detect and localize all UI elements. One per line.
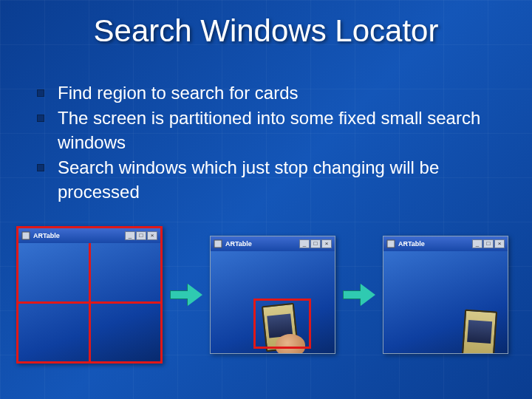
square-bullet-icon <box>37 89 44 97</box>
svg-rect-1 <box>214 240 222 248</box>
window-titlebar: ARTable _ □ × <box>383 236 508 251</box>
arrow-icon <box>343 284 375 306</box>
minimize-button[interactable]: _ <box>125 231 135 240</box>
close-button[interactable]: × <box>147 231 157 240</box>
window-controls: _ □ × <box>472 239 505 248</box>
bullet-item: Search windows which just stop changing … <box>37 156 510 204</box>
figure-row: ARTable _ □ × ARTable _ □ × <box>16 226 516 364</box>
bullet-text: The screen is partitioned into some fixe… <box>58 106 510 154</box>
close-button[interactable]: × <box>494 239 505 248</box>
maximize-button[interactable]: □ <box>483 239 494 248</box>
window-title-text: ARTable <box>33 232 122 239</box>
app-icon <box>386 239 395 248</box>
svg-rect-0 <box>22 232 30 239</box>
slide-title: Search Windows Locator <box>0 13 532 49</box>
maximize-button[interactable]: □ <box>136 231 146 240</box>
app-icon <box>21 231 30 240</box>
bullet-text: Find region to search for cards <box>58 81 510 105</box>
window-titlebar: ARTable _ □ × <box>211 236 335 251</box>
window-content <box>383 251 508 353</box>
bullet-item: Find region to search for cards <box>37 81 510 105</box>
example-window-selection: ARTable _ □ × <box>210 236 335 354</box>
square-bullet-icon <box>37 115 44 122</box>
arrow-icon <box>170 284 202 306</box>
square-bullet-icon <box>37 164 44 171</box>
window-content <box>211 251 335 353</box>
window-content <box>18 243 160 361</box>
selection-rectangle <box>253 299 311 349</box>
maximize-button[interactable]: □ <box>310 239 321 248</box>
app-icon <box>214 239 222 248</box>
bullet-list: Find region to search for cards The scre… <box>37 81 510 205</box>
example-window-grid: ARTable _ □ × <box>16 226 163 364</box>
window-titlebar: ARTable _ □ × <box>18 228 160 243</box>
window-controls: _ □ × <box>125 231 157 240</box>
playing-card <box>462 310 497 353</box>
minimize-button[interactable]: _ <box>472 239 482 248</box>
window-title-text: ARTable <box>225 240 296 248</box>
window-title-text: ARTable <box>398 240 469 248</box>
minimize-button[interactable]: _ <box>299 239 310 248</box>
bullet-text: Search windows which just stop changing … <box>58 156 510 204</box>
svg-rect-2 <box>387 240 395 248</box>
window-controls: _ □ × <box>299 239 332 248</box>
close-button[interactable]: × <box>321 239 332 248</box>
grid-line-vertical <box>89 243 91 361</box>
example-window-result: ARTable _ □ × <box>383 236 508 354</box>
bullet-item: The screen is partitioned into some fixe… <box>37 106 510 154</box>
